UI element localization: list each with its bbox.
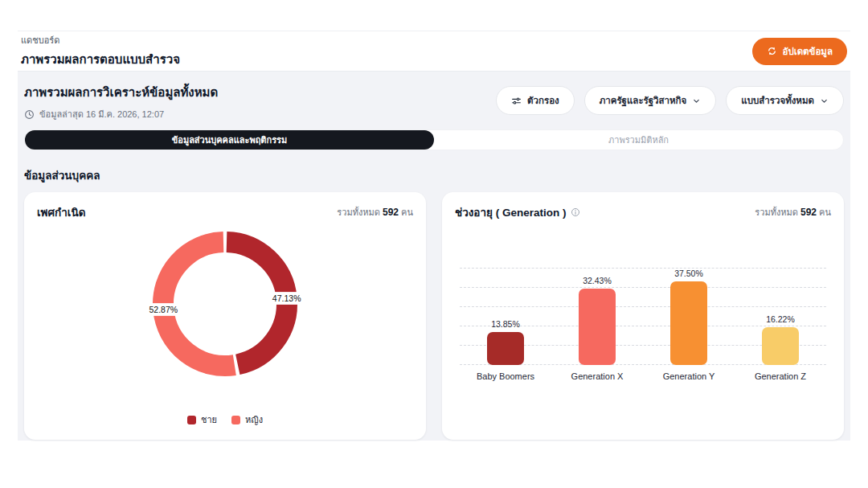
cards-row: เพศกำเนิด รวมทั้งหมด 592 คน 47.13%52.87%… — [24, 192, 844, 440]
bar-category-label: Generation X — [551, 371, 643, 381]
gender-card-title: เพศกำเนิด — [37, 203, 85, 221]
legend-label: ชาย — [201, 412, 217, 427]
content-area: ภาพรวมผลการวิเคราะห์ข้อมูลทั้งหมด ข้อมูล… — [18, 71, 850, 441]
total-unit: คน — [819, 207, 831, 217]
gender-donut-chart: 47.13%52.87% — [149, 228, 301, 380]
chevron-down-icon — [820, 96, 829, 105]
total-label: รวมทั้งหมด — [337, 207, 380, 217]
bar-category-label: Generation Z — [735, 371, 826, 381]
bar-column-2: 37.50% — [643, 269, 735, 365]
bar-1[interactable] — [579, 289, 616, 365]
update-data-label: อัปเดตข้อมูล — [783, 44, 833, 59]
legend-label: หญิง — [245, 412, 263, 427]
generation-card-header: ช่วงอายุ ( Generation ) รวมทั้งหมด 592 — [455, 203, 831, 221]
page-heading-block: แดชบอร์ด ภาพรวมผลการตอบแบบสำรวจ — [21, 33, 180, 69]
breadcrumb: แดชบอร์ด — [21, 33, 180, 47]
bar-category-labels: Baby BoomersGeneration XGeneration YGene… — [460, 371, 826, 381]
total-label: รวมทั้งหมด — [755, 207, 798, 217]
total-value: 592 — [800, 207, 817, 218]
top-spacer — [18, 0, 850, 31]
total-unit: คน — [401, 207, 413, 217]
bar-3[interactable] — [762, 327, 799, 365]
gender-card-header: เพศกำเนิด รวมทั้งหมด 592 คน — [37, 203, 413, 221]
bar-2[interactable] — [670, 281, 707, 365]
chevron-down-icon — [692, 96, 701, 105]
bar-column-1: 32.43% — [551, 269, 643, 365]
donut-value-label: 52.87% — [147, 304, 181, 315]
gender-total: รวมทั้งหมด 592 คน — [337, 205, 413, 219]
survey-dropdown-label: แบบสำรวจทั้งหมด — [741, 93, 814, 108]
clock-icon — [24, 109, 35, 120]
info-icon[interactable] — [571, 207, 580, 217]
bar-columns: 13.85%32.43%37.50%16.22% — [460, 269, 826, 365]
sector-dropdown-label: ภาครัฐและรัฐวิสาหกิจ — [600, 93, 687, 108]
bar-value-label: 37.50% — [674, 269, 703, 278]
legend-item-0[interactable]: ชาย — [187, 412, 217, 427]
survey-dropdown[interactable]: แบบสำรวจทั้งหมด — [726, 86, 844, 115]
filter-button-label: ตัวกรอง — [527, 93, 559, 108]
bar-value-label: 13.85% — [491, 319, 520, 329]
bar-column-3: 16.22% — [735, 269, 826, 365]
page-title: ภาพรวมผลการตอบแบบสำรวจ — [21, 50, 180, 69]
update-data-button[interactable]: อัปเดตข้อมูล — [752, 38, 847, 65]
bar-category-label: Generation Y — [643, 371, 735, 381]
legend-item-1[interactable]: หญิง — [231, 412, 263, 427]
overview-toolbar: ภาพรวมผลการวิเคราะห์ข้อมูลทั้งหมด ข้อมูล… — [24, 83, 844, 121]
section-title: ข้อมูลส่วนบุคคล — [24, 166, 844, 184]
bar-column-0: 13.85% — [460, 269, 551, 365]
app-shell: แดชบอร์ด ภาพรวมผลการตอบแบบสำรวจ อัปเดตข้… — [18, 0, 850, 441]
legend-swatch — [231, 416, 240, 424]
overview-heading-block: ภาพรวมผลการวิเคราะห์ข้อมูลทั้งหมด ข้อมูล… — [24, 83, 218, 121]
gender-legend: ชายหญิง — [24, 412, 426, 427]
generation-bar-chart: 13.85%32.43%37.50%16.22% — [460, 269, 826, 365]
generation-card: ช่วงอายุ ( Generation ) รวมทั้งหมด 592 — [442, 192, 844, 440]
generation-title-text: ช่วงอายุ ( Generation ) — [455, 203, 566, 221]
tab-main-dimensions[interactable]: ภาพรวมมิติหลัก — [434, 130, 843, 150]
overview-title: ภาพรวมผลการวิเคราะห์ข้อมูลทั้งหมด — [24, 83, 218, 102]
sliders-icon — [511, 96, 522, 106]
sector-dropdown[interactable]: ภาครัฐและรัฐวิสาหกิจ — [584, 86, 717, 115]
tab-bar: ข้อมูลส่วนบุคคลและพฤติกรรม ภาพรวมมิติหลั… — [24, 129, 844, 150]
gender-card: เพศกำเนิด รวมทั้งหมด 592 คน 47.13%52.87%… — [24, 192, 426, 440]
legend-swatch — [187, 416, 196, 424]
donut-value-label: 47.13% — [270, 293, 304, 304]
last-updated-text: ข้อมูลล่าสุด 16 มี.ค. 2026, 12:07 — [39, 107, 164, 121]
filter-button[interactable]: ตัวกรอง — [496, 86, 575, 115]
refresh-icon — [767, 46, 777, 56]
bar-category-label: Baby Boomers — [460, 371, 551, 381]
last-updated: ข้อมูลล่าสุด 16 มี.ค. 2026, 12:07 — [24, 107, 218, 121]
generation-card-title: ช่วงอายุ ( Generation ) — [455, 203, 580, 221]
tab-personal-behavior[interactable]: ข้อมูลส่วนบุคคลและพฤติกรรม — [25, 130, 434, 150]
bar-value-label: 32.43% — [583, 276, 612, 285]
page-header: แดชบอร์ด ภาพรวมผลการตอบแบบสำรวจ อัปเดตข้… — [18, 31, 850, 71]
total-value: 592 — [383, 207, 399, 218]
filter-group: ตัวกรอง ภาครัฐและรัฐวิสาหกิจ แบบสำรวจทั้… — [496, 86, 844, 115]
bar-value-label: 16.22% — [766, 314, 795, 324]
bar-0[interactable] — [487, 332, 524, 365]
generation-total: รวมทั้งหมด 592 คน — [755, 205, 831, 219]
